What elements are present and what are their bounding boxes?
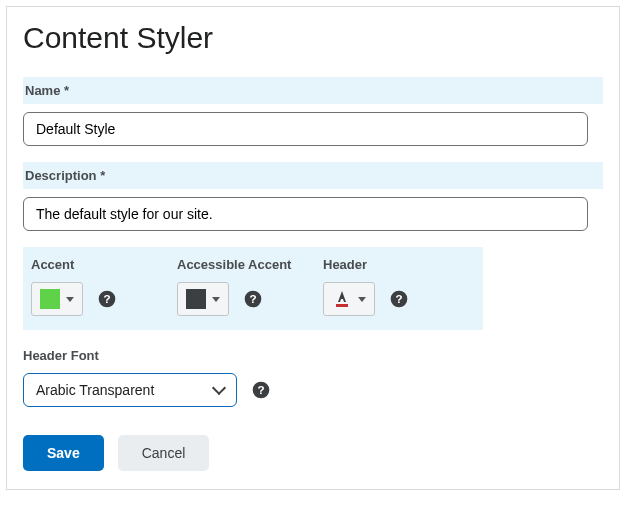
accent-group: Accent ? xyxy=(31,257,177,316)
caret-down-icon xyxy=(66,297,74,302)
name-field: Name * xyxy=(23,77,603,146)
name-input[interactable] xyxy=(23,112,588,146)
header-font-field: Header Font Arabic Transparent ? xyxy=(23,348,603,407)
help-icon[interactable]: ? xyxy=(97,289,117,309)
svg-text:?: ? xyxy=(249,292,256,305)
header-group: Header ? xyxy=(323,257,469,316)
header-color-picker[interactable] xyxy=(323,282,375,316)
font-color-icon xyxy=(332,289,352,309)
accessible-accent-label: Accessible Accent xyxy=(177,257,323,272)
help-icon[interactable]: ? xyxy=(243,289,263,309)
accessible-accent-group: Accessible Accent ? xyxy=(177,257,323,316)
chevron-down-icon xyxy=(212,381,226,395)
header-font-select[interactable]: Arabic Transparent xyxy=(23,373,237,407)
svg-text:?: ? xyxy=(257,383,264,396)
content-styler-panel: Content Styler Name * Description * Acce… xyxy=(6,6,620,490)
accent-label: Accent xyxy=(31,257,177,272)
description-label: Description xyxy=(25,168,97,183)
caret-down-icon xyxy=(212,297,220,302)
actions-row: Save Cancel xyxy=(23,435,603,471)
save-button[interactable]: Save xyxy=(23,435,104,471)
help-icon[interactable]: ? xyxy=(251,380,271,400)
help-icon[interactable]: ? xyxy=(389,289,409,309)
name-label-row: Name * xyxy=(23,77,603,104)
cancel-button[interactable]: Cancel xyxy=(118,435,210,471)
description-label-row: Description * xyxy=(23,162,603,189)
header-font-value: Arabic Transparent xyxy=(36,382,154,398)
header-font-label: Header Font xyxy=(23,348,603,363)
page-title: Content Styler xyxy=(23,21,603,55)
accessible-accent-color-picker[interactable] xyxy=(177,282,229,316)
accessible-swatch xyxy=(186,289,206,309)
header-label: Header xyxy=(323,257,469,272)
accent-color-picker[interactable] xyxy=(31,282,83,316)
svg-text:?: ? xyxy=(103,292,110,305)
description-field: Description * xyxy=(23,162,603,231)
description-input[interactable] xyxy=(23,197,588,231)
name-label: Name xyxy=(25,83,60,98)
color-row: Accent ? Accessible Accent ? xyxy=(23,247,483,330)
caret-down-icon xyxy=(358,297,366,302)
svg-text:?: ? xyxy=(395,292,402,305)
required-marker: * xyxy=(100,168,105,183)
svg-rect-4 xyxy=(336,304,348,307)
accent-swatch xyxy=(40,289,60,309)
required-marker: * xyxy=(64,83,69,98)
